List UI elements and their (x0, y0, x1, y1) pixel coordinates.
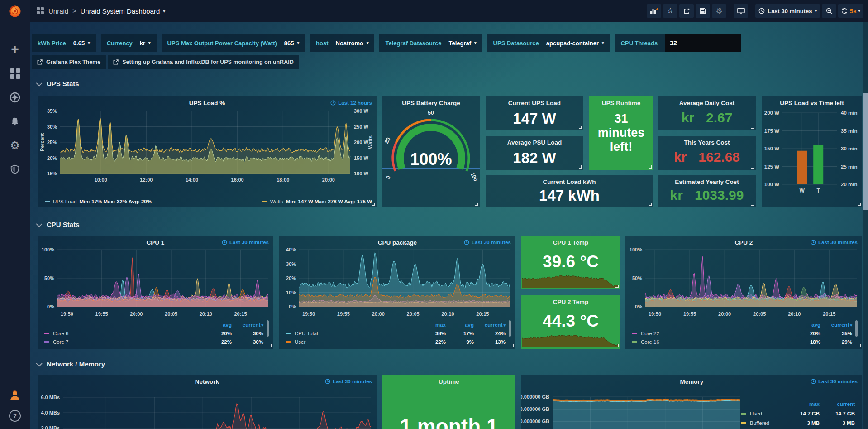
page-scrollbar[interactable] (863, 22, 868, 429)
svg-text:20:15: 20:15 (476, 311, 489, 317)
scrollbar-thumb[interactable] (863, 93, 868, 210)
section-ups-stats[interactable]: UPS Stats (38, 80, 79, 87)
chevron-down-icon: ▾ (367, 41, 369, 45)
series-swatch (262, 201, 267, 202)
add-panel-button[interactable] (647, 4, 661, 18)
legend-scrollbar[interactable] (855, 320, 858, 337)
variable-ups-datasource[interactable]: UPS Datasource apcupsd-container▾ (487, 34, 610, 52)
cycle-view-mode-button[interactable] (734, 4, 748, 18)
dashboard-settings-button[interactable]: ⚙ (712, 4, 726, 18)
link-grafana-plex-theme[interactable]: Grafana Plex Theme (32, 55, 106, 69)
panel-ups-battery-charge: UPS Battery Charge 02050100 100% (382, 96, 480, 207)
top-nav: Unraid > Unraid System Dashboard ▾ ☆ ⚙ (30, 0, 868, 22)
explore-compass-icon[interactable] (9, 92, 21, 103)
panel-network: Network Last 30 minutes 6.0 MBs4.0 MBs2.… (38, 375, 377, 429)
time-badge[interactable]: Last 12 hours (330, 100, 372, 106)
alerting-bell-icon[interactable] (9, 116, 21, 127)
sidebar: + ⚙ ? (0, 0, 30, 429)
battery-charge-value: 100% (382, 150, 480, 169)
legend-col[interactable]: current (474, 322, 506, 328)
variable-kwh-price[interactable]: kWh Price 0.65▾ (32, 34, 96, 52)
chevron-down-icon: ▾ (163, 9, 165, 14)
save-dashboard-button[interactable] (696, 4, 710, 18)
load-vs-time-chart[interactable]: 200 W40 min175 W35 min150 W30 min125 W25… (762, 107, 862, 204)
grafana-logo-icon[interactable] (0, 0, 30, 23)
zoom-out-button[interactable] (822, 4, 836, 18)
series-name[interactable]: Watts (270, 199, 283, 204)
svg-text:20:00: 20:00 (322, 177, 335, 183)
star-dashboard-button[interactable]: ☆ (663, 4, 677, 18)
svg-text:35%: 35% (47, 108, 57, 114)
legend-col[interactable]: avg (202, 322, 232, 328)
share-dashboard-button[interactable] (679, 4, 694, 18)
legend-scrollbar[interactable] (267, 320, 269, 337)
svg-text:50%: 50% (632, 275, 642, 281)
svg-text:19:50: 19:50 (61, 311, 73, 317)
time-badge[interactable]: Last 30 minutes (811, 240, 858, 245)
admin-shield-icon[interactable] (9, 164, 21, 175)
breadcrumb-folder[interactable]: Unraid (48, 7, 68, 15)
clock-icon (811, 240, 816, 245)
svg-text:10%: 10% (286, 290, 296, 295)
variable-telegraf-datasource[interactable]: Telegraf Datasource Telegraf▾ (379, 34, 482, 52)
legend-col[interactable]: avg (791, 322, 820, 328)
panel-uptime: Uptime 1 month 1 (382, 375, 515, 429)
cpu1-chart[interactable]: 100%50%0%19:5019:5520:0020:0520:1020:15 (38, 247, 273, 323)
svg-text:300 W: 300 W (354, 108, 368, 114)
svg-text:T: T (817, 188, 820, 194)
link-ups-monitoring-guide[interactable]: Setting up Grafana and InfluxDB for UPS … (108, 55, 299, 69)
svg-text:175 W: 175 W (764, 128, 779, 134)
cpu2-chart[interactable]: 100%50%0%19:5019:5520:0020:0520:1020:15 (625, 247, 862, 323)
series-swatch (286, 341, 291, 343)
svg-text:40 min: 40 min (841, 110, 857, 116)
help-icon[interactable]: ? (9, 410, 21, 422)
time-badge[interactable]: Last 30 minutes (464, 240, 511, 245)
time-badge[interactable]: Last 30 minutes (222, 240, 269, 245)
variable-currency[interactable]: Currency kr▾ (101, 34, 157, 52)
time-badge[interactable]: Last 30 minutes (325, 379, 372, 384)
section-network-memory[interactable]: Network / Memory (38, 360, 105, 368)
section-cpu-stats[interactable]: CPU Stats (38, 221, 80, 228)
series-name[interactable]: UPS Load (53, 199, 76, 204)
refresh-button[interactable]: 5s ▾ (838, 4, 863, 18)
legend-col[interactable]: avg (446, 322, 474, 328)
cpu-threads-input[interactable]: 32 (665, 34, 741, 52)
create-plus-icon[interactable]: + (9, 43, 21, 55)
legend-row: Used 14.7 GB 14.7 GB (741, 409, 855, 418)
svg-text:20:00: 20:00 (130, 311, 143, 317)
svg-text:125 W: 125 W (764, 164, 779, 169)
network-chart[interactable]: 6.0 MBs4.0 MBs2.0 MBs (38, 386, 377, 429)
legend-col[interactable]: max (413, 322, 446, 328)
legend-row: Core 6 20% 30% (44, 329, 270, 337)
svg-text:50: 50 (428, 110, 434, 116)
svg-text:Watts: Watts (367, 135, 373, 149)
legend-col[interactable]: current (820, 401, 855, 407)
time-badge[interactable]: Last 30 minutes (811, 379, 858, 384)
svg-text:20:05: 20:05 (165, 311, 177, 317)
variable-host[interactable]: host Nostromo▾ (310, 34, 374, 52)
ups-load-chart[interactable]: 35%300 W30%250 W25%200 W20%150 W15%100 W… (38, 107, 377, 197)
svg-text:100%: 100% (42, 247, 54, 252)
refresh-interval[interactable]: 5s (850, 8, 856, 14)
legend-scrollbar[interactable] (509, 320, 511, 337)
dashboards-grid-icon[interactable] (9, 67, 21, 79)
legend-col[interactable]: current (820, 322, 852, 328)
cpu-package-chart[interactable]: 40%30%20%10%0%19:5019:5520:0020:0520:102… (279, 247, 515, 323)
svg-text:35 min: 35 min (841, 128, 857, 134)
legend-row: CPU Total 38% 17% 24% (286, 329, 512, 337)
svg-text:20:10: 20:10 (441, 311, 454, 317)
legend-col[interactable]: max (784, 401, 820, 407)
user-avatar[interactable] (9, 389, 21, 401)
breadcrumb-dashboard-title[interactable]: Unraid System Dashboard ▾ (80, 7, 165, 15)
time-range-picker[interactable]: Last 30 minutes ▾ (755, 4, 820, 18)
svg-text:16:00: 16:00 (231, 177, 244, 183)
series-swatch (741, 413, 746, 415)
svg-text:200 W: 200 W (354, 140, 368, 145)
dashboard-grid-icon[interactable] (36, 7, 44, 15)
legend-col[interactable]: current (232, 322, 263, 328)
configuration-gear-icon[interactable]: ⚙ (9, 140, 21, 151)
svg-text:30%: 30% (47, 124, 57, 130)
variable-ups-max-power[interactable]: UPS Max Output Power Capacity (Watt) 865… (162, 34, 305, 52)
svg-text:20:05: 20:05 (407, 311, 420, 317)
svg-text:20:00: 20:00 (372, 311, 385, 317)
